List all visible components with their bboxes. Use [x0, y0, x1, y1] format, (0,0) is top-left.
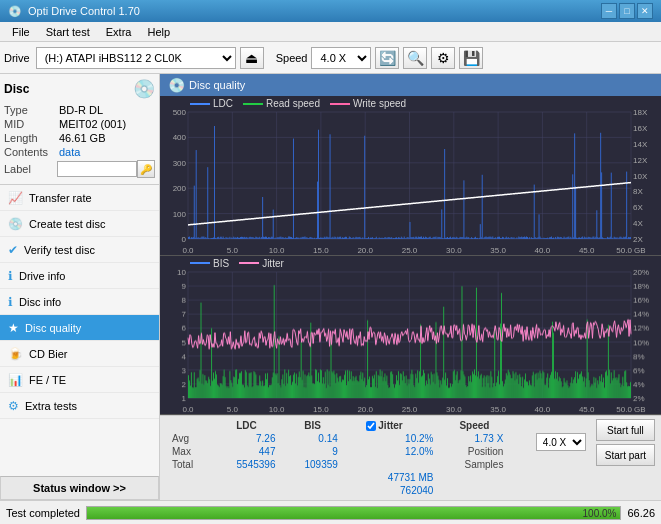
disc-type-value: BD-R DL: [59, 104, 103, 116]
start-full-button[interactable]: Start full: [596, 419, 655, 441]
sidebar: Disc 💿 Type BD-R DL MID MEIT02 (001) Len…: [0, 74, 160, 500]
sidebar-item-transfer-rate[interactable]: 📈 Transfer rate: [0, 185, 159, 211]
disc-label-input[interactable]: [57, 161, 137, 177]
verify-test-disc-label: Verify test disc: [24, 244, 95, 256]
disc-length-row: Length 46.61 GB: [4, 132, 155, 144]
sidebar-item-cd-bier[interactable]: 🍺 CD Bier: [0, 341, 159, 367]
disc-quality-label: Disc quality: [25, 322, 81, 334]
title-bar-controls[interactable]: ─ □ ✕: [601, 3, 653, 19]
progress-text: 100.0%: [583, 507, 617, 520]
max-jitter-value: 12.0%: [360, 445, 439, 458]
sidebar-item-extra-tests[interactable]: ⚙ Extra tests: [0, 393, 159, 419]
read-speed-legend-item: Read speed: [243, 98, 320, 109]
disc-contents-value: data: [59, 146, 80, 158]
read-speed-legend-color: [243, 103, 263, 105]
title-bar-left: 💿 Opti Drive Control 1.70: [8, 5, 140, 18]
jitter-legend-color: [239, 262, 259, 264]
start-part-button[interactable]: Start part: [596, 444, 655, 466]
fe-te-icon: 📊: [8, 373, 23, 387]
sidebar-item-create-test-disc[interactable]: 💿 Create test disc: [0, 211, 159, 237]
drive-select[interactable]: (H:) ATAPI iHBS112 2 CL0K: [36, 47, 236, 69]
top-chart-canvas: [160, 96, 661, 255]
settings-button[interactable]: ⚙: [431, 47, 455, 69]
disc-header: Disc 💿: [4, 78, 155, 100]
write-speed-legend-label: Write speed: [353, 98, 406, 109]
maximize-button[interactable]: □: [619, 3, 635, 19]
disc-contents-row: Contents data: [4, 146, 155, 158]
bis-legend-label: BIS: [213, 258, 229, 269]
minimize-button[interactable]: ─: [601, 3, 617, 19]
status-right-value: 66.26: [627, 507, 655, 519]
stats-speed-selector[interactable]: 4.0 X: [536, 433, 586, 451]
eject-button[interactable]: ⏏: [240, 47, 264, 69]
status-text: Test completed: [6, 507, 80, 519]
jitter-checkbox[interactable]: [366, 421, 376, 431]
bis-header: BIS: [281, 419, 343, 432]
disc-info-label: Disc info: [19, 296, 61, 308]
samples-label: Samples: [439, 458, 509, 471]
menu-file[interactable]: File: [4, 24, 38, 40]
progress-fill: [87, 507, 620, 519]
start-buttons: Start full Start part: [596, 419, 655, 466]
sidebar-item-verify-test-disc[interactable]: ✔ Verify test disc: [0, 237, 159, 263]
stats-table: LDC BIS Jitter Speed Avg 7.26: [166, 419, 592, 497]
bottom-chart-wrapper: BIS Jitter: [160, 256, 661, 416]
disc-mid-value: MEIT02 (001): [59, 118, 126, 130]
jitter-legend-item: Jitter: [239, 258, 284, 269]
drive-info-icon: ℹ: [8, 269, 13, 283]
sidebar-item-disc-info[interactable]: ℹ Disc info: [0, 289, 159, 315]
title-bar: 💿 Opti Drive Control 1.70 ─ □ ✕: [0, 0, 661, 22]
disc-title: Disc: [4, 82, 29, 96]
bottom-chart-legend: BIS Jitter: [190, 258, 284, 269]
top-chart-wrapper: LDC Read speed Write speed: [160, 96, 661, 256]
disc-type-row: Type BD-R DL: [4, 104, 155, 116]
ldc-legend-label: LDC: [213, 98, 233, 109]
write-speed-legend-item: Write speed: [330, 98, 406, 109]
menu-extra[interactable]: Extra: [98, 24, 140, 40]
disc-length-label: Length: [4, 132, 59, 144]
progress-container: 100.0%: [86, 506, 621, 520]
status-window-button[interactable]: Status window >>: [0, 476, 159, 500]
create-test-disc-label: Create test disc: [29, 218, 105, 230]
stats-bar: LDC BIS Jitter Speed Avg 7.26: [160, 415, 661, 500]
disc-label-button[interactable]: 🔑: [137, 160, 155, 178]
menu-start-test[interactable]: Start test: [38, 24, 98, 40]
close-button[interactable]: ✕: [637, 3, 653, 19]
sidebar-item-disc-quality[interactable]: ★ Disc quality: [0, 315, 159, 341]
jitter-legend-label: Jitter: [262, 258, 284, 269]
disc-type-label: Type: [4, 104, 59, 116]
save-button[interactable]: 💾: [459, 47, 483, 69]
speed-label: Speed: [276, 52, 308, 64]
max-ldc-value: 447: [212, 445, 282, 458]
sidebar-item-fe-te[interactable]: 📊 FE / TE: [0, 367, 159, 393]
charts-container: LDC Read speed Write speed: [160, 96, 661, 415]
top-chart-legend: LDC Read speed Write speed: [190, 98, 406, 109]
transfer-rate-icon: 📈: [8, 191, 23, 205]
ldc-header: LDC: [212, 419, 282, 432]
extra-tests-label: Extra tests: [25, 400, 77, 412]
create-test-disc-icon: 💿: [8, 217, 23, 231]
position-label: Position: [439, 445, 509, 458]
read-speed-legend-label: Read speed: [266, 98, 320, 109]
sidebar-item-drive-info[interactable]: ℹ Drive info: [0, 263, 159, 289]
speed-select[interactable]: 4.0 X: [311, 47, 371, 69]
disc-mid-row: MID MEIT02 (001): [4, 118, 155, 130]
menu-bar: File Start test Extra Help: [0, 22, 661, 42]
total-ldc-value: 5545396: [212, 458, 282, 471]
extra-tests-icon: ⚙: [8, 399, 19, 413]
refresh-button[interactable]: 🔄: [375, 47, 399, 69]
disc-length-value: 46.61 GB: [59, 132, 105, 144]
max-label: Max: [166, 445, 212, 458]
transfer-rate-label: Transfer rate: [29, 192, 92, 204]
avg-jitter-value: 10.2%: [360, 432, 439, 445]
verify-test-disc-icon: ✔: [8, 243, 18, 257]
app-icon: 💿: [8, 5, 22, 18]
disc-icon: 💿: [133, 78, 155, 100]
scan-button[interactable]: 🔍: [403, 47, 427, 69]
disc-mid-label: MID: [4, 118, 59, 130]
speed-header: Speed: [439, 419, 509, 432]
total-label: Total: [166, 458, 212, 471]
menu-help[interactable]: Help: [139, 24, 178, 40]
total-bis-value: 109359: [281, 458, 343, 471]
disc-panel: Disc 💿 Type BD-R DL MID MEIT02 (001) Len…: [0, 74, 159, 185]
